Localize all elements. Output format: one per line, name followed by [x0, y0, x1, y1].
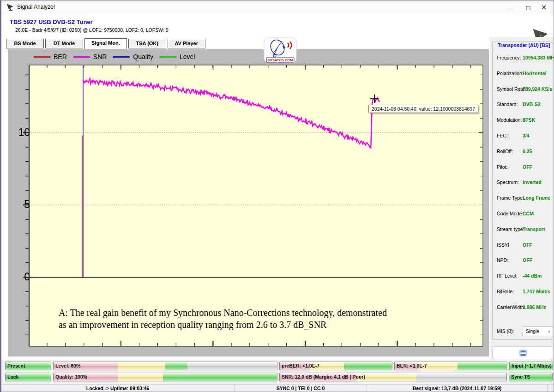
field-value: 0,986 MHz — [523, 304, 546, 310]
indicator-bar-syncts: Sync TS — [509, 373, 553, 381]
field-label: CarrierWidth: — [497, 304, 525, 310]
indicator-row-2: LockQuality: 100%SNR: 12,0 dB (Margin: 4… — [5, 373, 553, 381]
signal-analyzer-window: Signal Analyzer – ◻ ✕ TBS 5927 USB DVB-S… — [0, 0, 554, 392]
y-axis-label-10: 10 — [13, 126, 30, 139]
indicator-label: BER: <1.0E-7 — [397, 362, 427, 370]
transponder-groupbox: Transponder (AU) [BS] Frequency:10954,38… — [492, 41, 553, 340]
transponder-row: Frequency:10954,383 MHz — [497, 55, 552, 61]
field-value: 0.25 — [523, 148, 532, 154]
transponder-row: Standard:DVB-S2 — [497, 101, 552, 108]
tab-av-player[interactable]: AV Player — [168, 39, 205, 48]
maximize-button[interactable]: ◻ — [521, 2, 535, 12]
transponder-title: Transponder (AU) [BS] — [496, 42, 551, 48]
tab-signal-mon-[interactable]: Signal Mon. — [84, 38, 127, 49]
signal-chart-panel: BERSNRQualityLevel 10 5 0 2024-11-08 04.… — [8, 49, 489, 356]
transponder-sidebar: Transponder (AU) [BS] Frequency:10954,38… — [490, 37, 554, 360]
field-value: OFF — [523, 257, 532, 263]
disk-stack-icon — [519, 350, 527, 356]
transponder-row: Pilot:OFF — [497, 164, 552, 171]
transponder-row: Polarization:Horizontal — [497, 71, 552, 77]
indicator-label: Level: 60% — [55, 362, 80, 370]
transponder-row: NPD:OFF — [497, 257, 552, 264]
field-value: DVB-S2 — [523, 101, 541, 107]
chart-annotation: A: The real gain benefit of my Synchrono… — [59, 307, 387, 331]
transponder-row: RollOff:0.25 — [497, 148, 552, 155]
transponder-row: Symbol Rate:789,924 KS/s — [497, 86, 552, 93]
app-satellite-icon — [6, 3, 14, 12]
field-label: Frequency: — [497, 55, 521, 60]
tab-tsa-ok-[interactable]: TSA (OK) — [128, 39, 166, 48]
indicator-bar-ber: BER: <1.0E-7 — [394, 362, 507, 370]
data-point-tooltip: 2024-11-08 04.50.40, value: 12,100000381… — [368, 105, 478, 113]
transponder-row: Code Mode:CCM — [497, 211, 552, 217]
field-value: 789,924 KS/s — [523, 86, 552, 92]
field-label: Polarization: — [497, 71, 524, 76]
transponder-row: Spectrum:Inverted — [497, 179, 552, 186]
title-bar: Signal Analyzer – ◻ ✕ — [1, 0, 554, 14]
y-axis-label-5: 5 — [13, 198, 30, 211]
field-value: OFF — [523, 164, 532, 170]
mis-dropdown[interactable]: Single ▾ — [523, 327, 553, 336]
indicator-label: Lock — [7, 373, 19, 381]
field-label: Standard: — [497, 101, 518, 107]
chevron-down-icon: ▾ — [548, 327, 550, 336]
field-label: FEC: — [497, 133, 508, 138]
field-label: NPD: — [497, 257, 508, 263]
transponder-row: ISSYIOFF — [497, 242, 552, 249]
field-value: Transport — [523, 226, 545, 232]
indicator-bar-level: Level: 60% — [53, 362, 277, 370]
record-button[interactable] — [492, 346, 553, 359]
sidebar-divider — [492, 343, 553, 343]
field-label: BitRate: — [497, 289, 514, 294]
transponder-row: Stream type:Transport — [497, 226, 552, 233]
field-label: Code Mode: — [497, 211, 523, 216]
status-lock-uptime: Locked -> Uptime: 09:03:46 — [1, 385, 235, 392]
minimize-button[interactable]: – — [503, 2, 517, 12]
indicator-label: Quality: 100% — [55, 373, 87, 381]
field-value: 1,747 Mbit/s — [523, 289, 550, 294]
dxsatcs-logo: DXSATCS.COM — [264, 37, 297, 63]
indicator-label: preBER: <1.0E-7 — [282, 362, 319, 370]
mis-selected-value: Single — [526, 328, 539, 334]
transponder-row: Modulation:8PSK — [497, 117, 552, 124]
transponder-row: FEC:3/4 — [497, 133, 552, 139]
indicator-label: Input (~1,7 Mbps) — [512, 362, 552, 370]
field-value: 8PSK — [523, 117, 535, 123]
indicator-bar-input: Input (~1,7 Mbps) — [509, 362, 553, 370]
close-button[interactable]: ✕ — [537, 2, 551, 12]
indicator-label: Present — [7, 362, 25, 370]
field-value: Inverted — [523, 179, 542, 185]
annotation-line-1: A: The real gain benefit of my Synchrono… — [59, 307, 387, 319]
logo-text: DXSATCS.COM — [268, 58, 293, 62]
status-best-signal: Best signal: 13,7 dB (2024-11-07 19:59) — [367, 385, 548, 392]
indicator-bar-snr: SNR: 12,0 dB (Margin: 4,1 dB | Poor) — [279, 373, 507, 381]
field-label: Frame Type: — [497, 195, 524, 201]
field-value: 3/4 — [523, 133, 530, 138]
tab-bs-mode[interactable]: BS Mode — [6, 39, 44, 48]
field-label: Spectrum: — [497, 179, 519, 185]
field-value: -44 dBm — [523, 273, 542, 279]
field-label: Symbol Rate: — [497, 86, 526, 92]
transponder-row: CarrierWidth:0,986 MHz — [497, 304, 552, 311]
field-label: Pilot: — [497, 164, 507, 170]
annotation-line-2: as an improvement in reception quality r… — [59, 319, 387, 331]
transponder-row: BitRate:1,747 Mbit/s — [497, 289, 552, 295]
indicator-bar-lock: Lock — [5, 373, 51, 381]
transponder-row: RF Level:-44 dBm — [497, 273, 552, 279]
resize-grip[interactable] — [548, 386, 552, 391]
window-title: Signal Analyzer — [17, 4, 55, 10]
indicator-bar-preber: preBER: <1.0E-7 — [279, 362, 392, 370]
tuning-info: 26.0E - Badr 4/5/6/7 (ID: 0260) @ LOF1: … — [15, 27, 168, 33]
y-axis-label-0: 0 — [13, 271, 30, 283]
tab-bar: BS ModeDT ModeSignal Mon.TSA (OK)AV Play… — [6, 39, 207, 50]
field-value: Long Frame — [523, 195, 550, 201]
indicator-row-1: PresentLevel: 60%preBER: <1.0E-7BER: <1.… — [5, 362, 553, 370]
field-value: 10954,383 MHz — [523, 55, 554, 60]
field-label: Stream type: — [497, 226, 524, 232]
field-label: RF Level: — [497, 273, 518, 279]
transponder-row: Frame Type:Long Frame — [497, 195, 552, 202]
indicator-label: SNR: 12,0 dB (Margin: 4,1 dB | Poor) — [282, 373, 365, 381]
mis-label: MIS (0): — [497, 328, 514, 334]
header: TBS 5927 USB DVB-S2 Tuner 26.0E - Badr 4… — [1, 15, 554, 37]
tab-dt-mode[interactable]: DT Mode — [45, 39, 83, 48]
